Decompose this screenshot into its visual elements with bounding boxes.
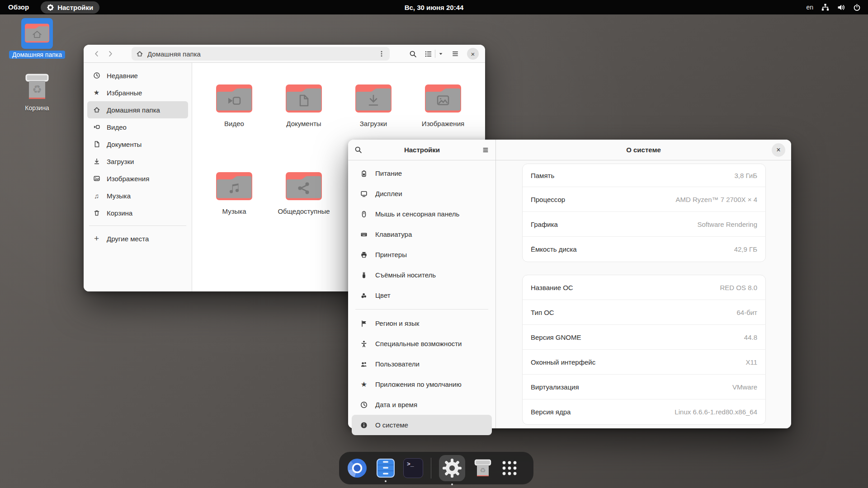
info-row-gnome-version: Версия GNOME 44.8 [523, 325, 765, 350]
desktop-icon-trash-label: Корзина [22, 104, 52, 112]
os-info-card: Название ОС RED OS 8.0 Тип ОС 64-бит Вер… [522, 275, 766, 425]
keyboard-layout-indicator[interactable]: en [806, 4, 813, 11]
info-icon [360, 422, 368, 429]
about-content[interactable]: Память 3,8 ГиБ Процессор AMD Ryzen™ 7 27… [496, 160, 791, 428]
folder-item-documents[interactable]: Документы [269, 78, 339, 160]
mouse-icon [360, 211, 368, 218]
folder-item-music[interactable]: Музыка [199, 166, 269, 248]
nav-item-default-apps[interactable]: ★ Приложения по умолчанию [352, 374, 492, 394]
folder-label: Музыка [222, 207, 246, 215]
kebab-menu-icon[interactable] [378, 50, 385, 57]
info-row-virtualization: Виртуализация VMware [523, 375, 765, 399]
settings-title: Настройки [362, 146, 482, 154]
sidebar-item-trash[interactable]: Корзина [87, 204, 188, 221]
close-window-button[interactable]: × [467, 48, 479, 60]
files-sidebar: Недавние ★ Избранные Домашняя папка Виде… [84, 63, 192, 291]
sidebar-item-videos[interactable]: Видео [87, 118, 188, 136]
files-header-bar: Домашняя папка × [84, 45, 485, 63]
dock-item-files[interactable] [376, 458, 396, 478]
nav-item-displays[interactable]: Дисплеи [352, 183, 492, 204]
sidebar-item-pictures[interactable]: Изображения [87, 170, 188, 187]
nav-item-accessibility[interactable]: Специальные возможности [352, 333, 492, 354]
settings-nav-list: Питание Дисплеи Мышь и сенсорная панель … [348, 160, 495, 438]
users-icon [360, 361, 368, 368]
row-label: Версия ядра [531, 408, 571, 416]
sidebar-item-label: Изображения [107, 175, 149, 183]
dock-item-settings[interactable] [439, 455, 465, 481]
plus-icon: + [93, 234, 100, 244]
sidebar-item-label: Документы [107, 141, 142, 148]
row-value: 64-бит [736, 309, 757, 316]
path-bar[interactable]: Домашняя папка [132, 47, 390, 61]
volume-icon[interactable] [837, 4, 845, 11]
focused-app-button[interactable]: Настройки [41, 1, 99, 14]
sidebar-item-label: Музыка [107, 192, 131, 200]
back-button[interactable] [90, 47, 104, 61]
nav-item-keyboard[interactable]: Клавиатура [352, 224, 492, 244]
search-icon[interactable] [354, 146, 362, 154]
search-button[interactable] [406, 47, 420, 61]
nav-item-label: Принтеры [375, 251, 407, 258]
document-icon [93, 141, 100, 148]
running-indicator [451, 483, 453, 485]
nav-item-label: Мышь и сенсорная панель [375, 210, 459, 218]
info-row-os-type: Тип ОС 64-бит [523, 300, 765, 325]
nav-item-printers[interactable]: Принтеры [352, 244, 492, 265]
power-icon[interactable] [853, 4, 861, 11]
folder-label: Общедоступные [278, 207, 330, 215]
home-icon [136, 50, 143, 57]
row-label: Название ОС [531, 284, 573, 291]
sidebar-item-downloads[interactable]: Загрузки [87, 153, 188, 170]
nav-item-users[interactable]: Пользователи [352, 354, 492, 374]
dock-item-chromium[interactable] [346, 457, 368, 479]
info-row-disk-capacity: Ёмкость диска 42,9 ГБ [523, 237, 765, 262]
row-label: Ёмкость диска [531, 245, 577, 253]
trash-icon [93, 209, 100, 216]
hamburger-menu-icon[interactable] [482, 146, 489, 154]
folder-label: Документы [286, 120, 321, 127]
close-window-button[interactable]: × [772, 143, 785, 157]
row-value: RED OS 8.0 [720, 284, 757, 291]
dock-item-terminal[interactable]: >_ [403, 458, 423, 478]
nav-item-label: Цвет [375, 291, 391, 299]
divider [355, 309, 488, 310]
sidebar-item-home[interactable]: Домашняя папка [87, 101, 188, 118]
sidebar-item-documents[interactable]: Документы [87, 136, 188, 153]
nav-item-about[interactable]: О системе [352, 415, 492, 435]
folder-item-videos[interactable]: Видео [199, 78, 269, 160]
desktop-icon-trash[interactable]: ♻ Корзина [10, 71, 64, 112]
sidebar-item-recent[interactable]: Недавние [87, 67, 188, 84]
settings-sidebar: Настройки Питание Дисплеи Мышь и сенсорн… [348, 140, 496, 428]
forward-button[interactable] [104, 47, 117, 61]
display-icon [360, 190, 368, 197]
nav-item-label: Пользователи [375, 360, 420, 368]
keyboard-icon [360, 231, 368, 238]
clock[interactable]: Вс, 30 июня 20:44 [0, 4, 868, 11]
nav-item-power[interactable]: Питание [352, 163, 492, 183]
nav-item-label: Дисплеи [375, 190, 402, 197]
nav-item-date-time[interactable]: Дата и время [352, 394, 492, 415]
nav-item-color[interactable]: Цвет [352, 285, 492, 305]
hamburger-menu-button[interactable] [448, 47, 462, 61]
folder-item-public[interactable]: Общедоступные [269, 166, 339, 248]
activities-button[interactable]: Обзор [0, 0, 37, 14]
row-value: 42,9 ГБ [734, 245, 757, 253]
divider [89, 225, 186, 226]
sidebar-item-starred[interactable]: ★ Избранные [87, 84, 188, 101]
about-header-bar: О системе × [496, 140, 791, 160]
dock-item-app-grid[interactable] [500, 459, 519, 477]
home-folder-icon [21, 18, 53, 49]
sidebar-item-other-locations[interactable]: + Другие места [87, 230, 188, 247]
nav-item-removable-media[interactable]: Съёмный носитель [352, 265, 492, 285]
nav-item-label: Специальные возможности [375, 340, 462, 347]
desktop-icon-home[interactable]: Домашняя папка [10, 18, 64, 59]
network-wired-icon[interactable] [821, 4, 829, 11]
row-value: AMD Ryzen™ 7 2700X × 4 [675, 196, 757, 203]
nav-item-mouse[interactable]: Мышь и сенсорная панель [352, 204, 492, 224]
sidebar-item-music[interactable]: ♫ Музыка [87, 187, 188, 204]
dock-item-trash[interactable]: ♻ [473, 458, 493, 478]
settings-window: Настройки Питание Дисплеи Мышь и сенсорн… [348, 140, 791, 428]
view-options-button[interactable] [425, 47, 443, 61]
nav-item-region-language[interactable]: Регион и язык [352, 313, 492, 333]
row-value: VMware [732, 383, 757, 391]
